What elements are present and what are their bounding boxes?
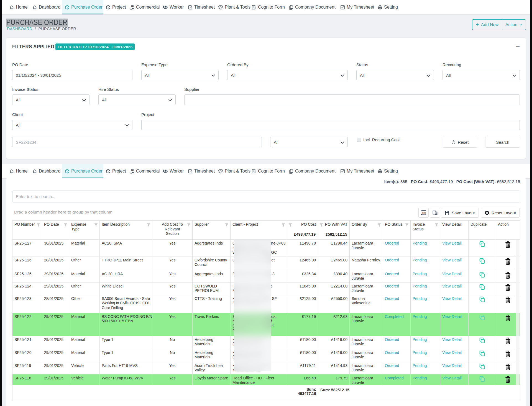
svg-text:xlsx: xlsx [421,212,426,214]
svg-text:$: $ [132,169,133,171]
svg-text:$: $ [132,5,133,7]
